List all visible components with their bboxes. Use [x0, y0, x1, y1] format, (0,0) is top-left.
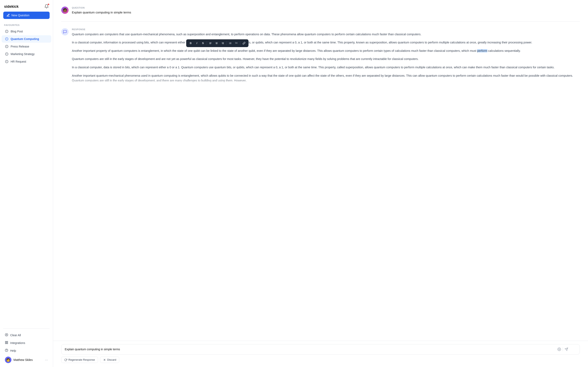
send-button[interactable] [564, 347, 568, 351]
response-p4: Quantum computers are still in the early… [72, 57, 580, 62]
sidebar-item-hr-request[interactable]: HR Request [2, 58, 51, 65]
sidebar-bottom-item-clear-all[interactable]: Clear All [2, 331, 51, 339]
align-left-button[interactable] [208, 40, 213, 46]
integrations-label: Integrations [10, 341, 25, 345]
integrations-icon [5, 341, 8, 345]
response-avatar [61, 28, 69, 35]
strikethrough-button[interactable]: S [200, 40, 206, 46]
favourites-section-label: FAVOURITES [0, 22, 53, 27]
nav-item-label-blog-post: Blog Post [11, 30, 23, 33]
svg-point-46 [559, 349, 560, 350]
align-center-button[interactable] [214, 40, 219, 46]
link-button[interactable] [241, 40, 247, 46]
response-label: RESPONSE [72, 28, 580, 31]
question-label: QUESTION [72, 7, 580, 9]
svg-rect-21 [5, 343, 6, 344]
send-icon [564, 347, 568, 351]
nav-icon-hr-request [5, 60, 9, 63]
nav-icon-press-release [5, 45, 9, 48]
question-content: QUESTION Explain quantum computing in si… [72, 7, 580, 15]
sidebar-item-blog-post[interactable]: Blog Post [2, 28, 51, 35]
svg-rect-26 [209, 43, 212, 43]
bold-button[interactable]: B [188, 40, 194, 46]
response-p2: In a classical computer, information is … [72, 40, 580, 45]
response-content: RESPONSE Quantum computers are computers… [72, 28, 580, 83]
text-formatting-toolbar: B I S [186, 39, 249, 47]
nav-item-label-quantum-computing: Quantum Computing [11, 37, 39, 41]
svg-rect-32 [222, 42, 224, 43]
svg-point-40 [229, 44, 229, 44]
sidebar-item-marketing-strategy[interactable]: Marketing Strategy [2, 50, 51, 58]
nav-items: Blog Post Quantum Computing Press Releas… [0, 27, 53, 66]
chat-icon [63, 30, 67, 34]
user-profile-row[interactable]: 🧑 Matthew Skiles ··· [2, 355, 51, 365]
response-block: RESPONSE Quantum computers are computers… [61, 28, 580, 83]
response-p6: Another important quantum-mechanical phe… [72, 73, 580, 83]
nav-icon-blog-post [5, 30, 9, 33]
svg-rect-41 [230, 44, 231, 44]
clear-all-icon [5, 333, 8, 337]
settings-icon-button[interactable] [557, 347, 561, 351]
input-vertical-divider [563, 347, 563, 351]
gear-icon [557, 347, 561, 351]
input-box-inner [65, 347, 568, 351]
discard-label: Discard [107, 358, 116, 361]
nav-item-label-hr-request: HR Request [11, 60, 26, 63]
question-input[interactable] [65, 347, 556, 351]
svg-rect-39 [230, 43, 231, 43]
svg-rect-30 [216, 43, 218, 43]
svg-rect-28 [216, 42, 218, 43]
regenerate-button[interactable]: Regenerate Response [61, 357, 98, 363]
highlighted-word: perform [477, 49, 487, 52]
nav-icon-marketing-strategy [5, 52, 9, 56]
response-p1: Quantum computers are computers that use… [72, 32, 580, 37]
user-name: Matthew Skiles [13, 358, 43, 361]
regenerate-label: Regenerate Response [68, 358, 95, 361]
sidebar-item-press-release[interactable]: Press Release [2, 43, 51, 50]
user-avatar-sidebar: 🧑 [5, 357, 11, 363]
sidebar-bottom-item-help[interactable]: Help [2, 347, 51, 354]
svg-point-36 [229, 42, 229, 43]
unordered-list-button[interactable] [227, 40, 233, 46]
ordered-list-button[interactable]: 1.2. [233, 40, 239, 46]
sidebar-item-quantum-computing[interactable]: Quantum Computing [2, 35, 51, 43]
user-avatar: 🧑🏾 [61, 7, 69, 14]
new-question-label: New Question [11, 14, 29, 17]
main-content: 🧑🏾 QUESTION Explain quantum computing in… [53, 0, 588, 367]
response-p5: In a classical computer, data is stored … [72, 65, 580, 70]
sidebar-bottom: Clear All Integrations Help 🧑 Matthew Sk… [0, 330, 53, 367]
svg-point-38 [229, 43, 229, 43]
sidebar-divider [3, 328, 50, 329]
italic-button[interactable]: I [194, 40, 200, 46]
response-text: Quantum computers are computers that use… [72, 32, 580, 83]
sidebar-bottom-item-integrations[interactable]: Integrations [2, 339, 51, 347]
pencil-icon [7, 14, 10, 17]
help-icon [5, 349, 8, 352]
nav-icon-quantum-computing [5, 37, 9, 41]
question-block: 🧑🏾 QUESTION Explain quantum computing in… [61, 7, 580, 15]
user-menu-button[interactable]: ··· [45, 358, 48, 362]
align-right-button[interactable] [220, 40, 226, 46]
svg-rect-45 [236, 43, 237, 43]
svg-rect-37 [230, 42, 231, 43]
svg-rect-34 [222, 43, 224, 43]
discard-button[interactable]: Discard [100, 357, 119, 363]
app-logo: sidekick [4, 4, 18, 9]
svg-rect-29 [216, 43, 217, 43]
svg-rect-18 [5, 341, 6, 342]
svg-rect-43 [236, 42, 237, 43]
nav-item-label-press-release: Press Release [11, 45, 29, 48]
svg-rect-20 [7, 343, 8, 344]
question-text: Explain quantum computing in simple term… [72, 10, 580, 15]
toolbar-divider-2 [226, 41, 227, 45]
clear-all-label: Clear All [10, 334, 21, 337]
input-area: Regenerate Response Discard [53, 341, 588, 367]
input-box [61, 344, 580, 355]
notifications-button[interactable] [44, 4, 49, 9]
new-question-button[interactable]: New Question [3, 12, 50, 19]
notification-badge [48, 3, 49, 5]
sidebar-header: sidekick [0, 0, 53, 12]
input-actions: Regenerate Response Discard [61, 357, 580, 363]
sidebar: sidekick New Question FAVOURITES [0, 0, 53, 367]
help-label: Help [10, 349, 16, 352]
